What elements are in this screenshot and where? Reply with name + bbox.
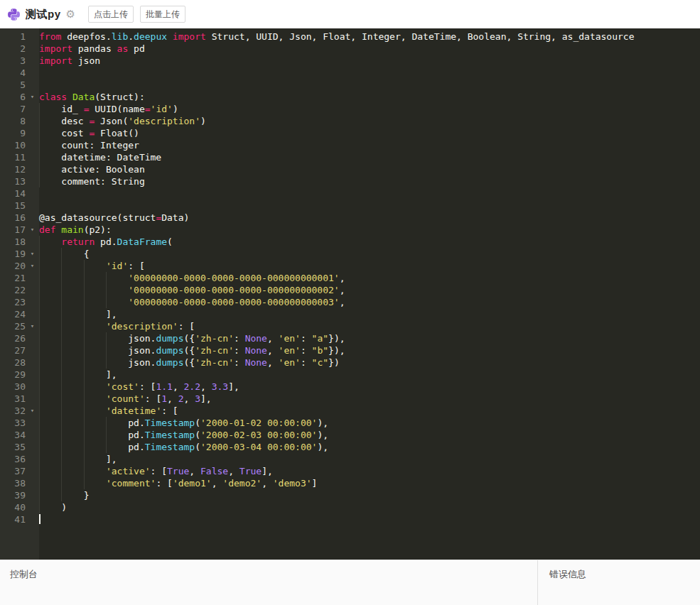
code-line[interactable]: 29 ], [0, 369, 700, 381]
code-token: Float() [95, 128, 139, 138]
code-token: def [39, 224, 55, 235]
code-token: ), [317, 442, 328, 452]
indent-guide [84, 356, 106, 369]
line-number: 18 [0, 236, 26, 248]
fold-spacer [26, 115, 39, 127]
code-token: ( [195, 430, 200, 440]
code-token: class [39, 92, 67, 102]
code-line[interactable]: 31 'count': [1, 2, 3], [0, 393, 700, 405]
code-text: json.dumps({'zh-cn': None, 'en': "c"}) [39, 356, 340, 369]
fold-arrow-icon[interactable]: ▾ [26, 248, 39, 260]
code-line[interactable]: 4 [0, 67, 700, 79]
fold-spacer [26, 272, 39, 284]
line-number: 32 [0, 405, 26, 417]
code-line[interactable]: 2import pandas as pd [0, 43, 700, 55]
indent-guide [61, 356, 83, 369]
code-token: : [ [145, 393, 161, 404]
code-line[interactable]: 18 return pd.DataFrame( [0, 236, 700, 248]
code-token: , [267, 333, 279, 344]
indent-guide [61, 260, 83, 272]
code-line[interactable]: 21 '00000000-0000-0000-0000-000000000001… [0, 272, 700, 284]
fold-spacer [26, 453, 39, 465]
code-line[interactable]: 30 'cost': [1.1, 2.2, 3.3], [0, 381, 700, 393]
code-token: : [234, 345, 245, 356]
code-token: . [128, 31, 134, 42]
code-line[interactable]: 19▾ { [0, 248, 700, 260]
indent-guide [39, 236, 61, 248]
fold-spacer [26, 163, 39, 175]
code-line[interactable]: 3import json [0, 55, 700, 67]
code-line[interactable]: 38 'comment': ['demo1', 'demo2', 'demo3'… [0, 477, 700, 489]
code-line[interactable]: 27 json.dumps({'zh-cn': None, 'en': "b"}… [0, 344, 700, 356]
code-token: lib [112, 31, 128, 42]
fold-arrow-icon[interactable]: ▾ [26, 224, 39, 236]
code-token: Timestamp [145, 430, 195, 440]
line-number: 4 [0, 67, 26, 79]
code-text: 'cost': [1.1, 2.2, 3.3], [39, 381, 239, 393]
code-line[interactable]: 32▾ 'datetime': [ [0, 405, 700, 417]
code-text: return pd.DataFrame( [39, 236, 173, 248]
indent-guide [84, 284, 106, 296]
code-line[interactable]: 11 datetime: DateTime [0, 151, 700, 163]
code-line[interactable]: 22 '00000000-0000-0000-0000-000000000002… [0, 284, 700, 296]
upload-button[interactable]: 点击上传 [88, 6, 134, 23]
code-line[interactable]: 9 cost = Float() [0, 127, 700, 139]
indent-guide [39, 429, 61, 441]
code-line[interactable]: 7 id_ = UUID(name='id') [0, 103, 700, 115]
code-line[interactable]: 35 pd.Timestamp('2000-03-04 00:00:00'), [0, 441, 700, 453]
code-text: json.dumps({'zh-cn': None, 'en': "b"}), [39, 344, 345, 356]
indent-guide [84, 441, 106, 453]
code-line[interactable]: 6▾class Data(Struct): [0, 91, 700, 103]
code-editor[interactable]: 1from deepfos.lib.deepux import Struct, … [0, 28, 700, 560]
fold-arrow-icon[interactable]: ▾ [26, 405, 39, 417]
code-line[interactable]: 13 comment: String [0, 175, 700, 187]
code-line[interactable]: 1from deepfos.lib.deepux import Struct, … [0, 31, 700, 43]
indent-guide [84, 369, 106, 381]
code-token: , [212, 478, 223, 489]
indent-guide [106, 296, 128, 308]
code-token: count: Integer [61, 140, 139, 151]
code-token: , [340, 297, 345, 307]
indent-guide [39, 139, 61, 151]
fold-spacer [26, 308, 39, 320]
code-line[interactable]: 5 [0, 79, 700, 91]
code-line[interactable]: 28 json.dumps({'zh-cn': None, 'en': "c"}… [0, 356, 700, 369]
indent-guide [84, 272, 106, 284]
code-line[interactable]: 20▾ 'id': [ [0, 260, 700, 272]
code-line[interactable]: 34 pd.Timestamp('2000-02-03 00:00:00'), [0, 429, 700, 441]
code-line[interactable]: 8 desc = Json('description') [0, 115, 700, 127]
code-line[interactable]: 39 } [0, 489, 700, 501]
code-line[interactable]: 23 '00000000-0000-0000-0000-000000000003… [0, 296, 700, 308]
code-text: from deepfos.lib.deepux import Struct, U… [39, 31, 635, 43]
code-line[interactable]: 33 pd.Timestamp('2000-01-02 00:00:00'), [0, 417, 700, 429]
indent-guide [39, 332, 61, 344]
header: 测试py ⚙ 点击上传 批量上传 [0, 0, 700, 28]
indent-guide [61, 441, 83, 453]
code-line[interactable]: 40 ) [0, 501, 700, 513]
settings-gear-icon[interactable]: ⚙ [66, 9, 75, 20]
fold-spacer [26, 55, 39, 67]
code-line[interactable]: 24 ], [0, 308, 700, 320]
line-number: 27 [0, 344, 26, 356]
code-text: 'active': [True, False, True], [39, 465, 273, 477]
code-line[interactable]: 41 [0, 513, 700, 525]
code-token: cost [61, 128, 89, 138]
fold-arrow-icon[interactable]: ▾ [26, 91, 39, 103]
code-line[interactable]: 12 active: Boolean [0, 163, 700, 175]
indent-guide [39, 175, 61, 187]
code-line[interactable]: 15 [0, 200, 700, 212]
code-line[interactable]: 14 [0, 187, 700, 200]
batch-upload-button[interactable]: 批量上传 [140, 6, 185, 23]
code-line[interactable]: 10 count: Integer [0, 139, 700, 151]
code-line[interactable]: 25▾ 'description': [ [0, 320, 700, 332]
code-line[interactable]: 26 json.dumps({'zh-cn': None, 'en': "a"}… [0, 332, 700, 344]
code-line[interactable]: 36 ], [0, 453, 700, 465]
line-number: 5 [0, 79, 26, 91]
code-line[interactable]: 37 'active': [True, False, True], [0, 465, 700, 477]
code-line[interactable]: 17▾def main(p2): [0, 224, 700, 236]
fold-arrow-icon[interactable]: ▾ [26, 320, 39, 332]
code-line[interactable]: 16@as_datasource(struct=Data) [0, 212, 700, 224]
code-token: main [61, 224, 83, 235]
indent-guide [61, 308, 83, 320]
fold-arrow-icon[interactable]: ▾ [26, 260, 39, 272]
